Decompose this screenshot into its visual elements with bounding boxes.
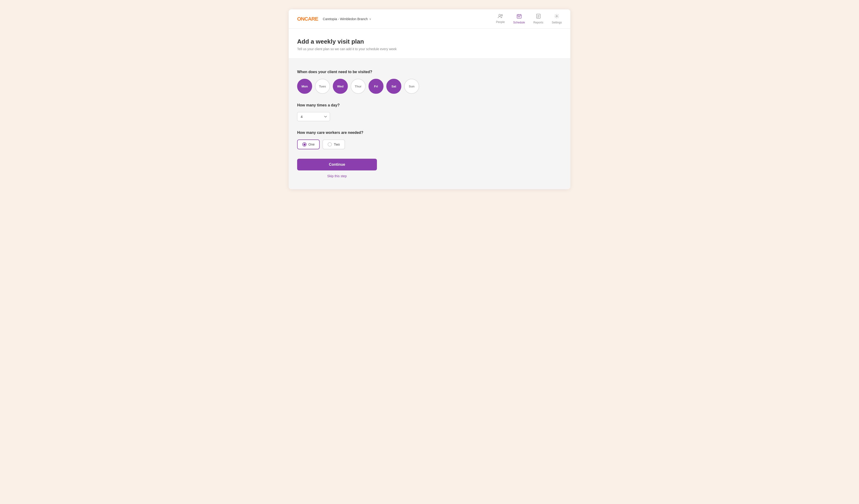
header: ONCARE Caretopia - Wimbledon Branch ∨ P	[289, 10, 570, 29]
svg-rect-5	[537, 14, 540, 18]
nav-people-label: People	[496, 20, 504, 24]
logo-on: ON	[297, 16, 304, 22]
chevron-down-icon: ∨	[369, 17, 371, 21]
svg-point-1	[501, 15, 502, 16]
radio-dot-one	[303, 143, 305, 145]
radio-circle-one	[302, 142, 306, 146]
continue-button[interactable]: Continue	[297, 159, 377, 170]
care-workers-section: How many care workers are needed? One Tw…	[297, 130, 462, 149]
day-selector: Mon Tues Wed Thur Fri Sat Sun	[297, 79, 462, 94]
frequency-select[interactable]: 1 2 3 4 5 6	[297, 112, 330, 121]
logo: ONCARE	[297, 16, 318, 22]
care-worker-two[interactable]: Two	[322, 140, 345, 149]
care-workers-question: How many care workers are needed?	[297, 130, 462, 135]
page-subtitle: Tell us your client plan so we can add i…	[297, 47, 562, 51]
frequency-section: How many times a day? 1 2 3 4 5 6	[297, 103, 462, 121]
form-section: When does your client need to be visited…	[297, 70, 462, 178]
radio-group: One Two	[297, 140, 462, 149]
main-content: When does your client need to be visited…	[289, 59, 570, 189]
radio-circle-two	[328, 142, 332, 146]
day-wed[interactable]: Wed	[333, 79, 348, 94]
people-icon	[498, 14, 503, 19]
nav-schedule[interactable]: Schedule	[513, 14, 525, 24]
svg-point-6	[556, 15, 557, 17]
reports-icon	[536, 14, 541, 20]
day-thur[interactable]: Thur	[351, 79, 366, 94]
svg-rect-4	[519, 16, 520, 17]
day-fri[interactable]: Fri	[368, 79, 383, 94]
branch-selector[interactable]: Caretopia - Wimbledon Branch ∨	[323, 17, 371, 21]
day-sun[interactable]: Sun	[404, 79, 419, 94]
svg-point-0	[499, 14, 501, 16]
page-header: Add a weekly visit plan Tell us your cli…	[289, 29, 570, 59]
svg-rect-3	[518, 16, 519, 17]
care-worker-one-label: One	[308, 143, 315, 146]
day-mon[interactable]: Mon	[297, 79, 312, 94]
page-title: Add a weekly visit plan	[297, 38, 562, 45]
day-tues[interactable]: Tues	[315, 79, 330, 94]
care-worker-one[interactable]: One	[297, 140, 320, 149]
branch-name: Caretopia - Wimbledon Branch	[323, 17, 367, 21]
svg-rect-2	[517, 15, 521, 18]
nav-people[interactable]: People	[496, 14, 504, 24]
care-worker-two-label: Two	[334, 143, 340, 146]
logo-care: CARE	[304, 16, 318, 22]
skip-button[interactable]: Skip this step	[297, 174, 377, 178]
main-nav: People Schedule	[496, 14, 562, 24]
calendar-icon	[516, 14, 522, 20]
nav-settings-label: Settings	[552, 21, 562, 24]
nav-schedule-label: Schedule	[513, 21, 525, 24]
app-container: ONCARE Caretopia - Wimbledon Branch ∨ P	[289, 10, 570, 189]
days-question: When does your client need to be visited…	[297, 70, 462, 74]
nav-reports[interactable]: Reports	[533, 14, 543, 24]
frequency-question: How many times a day?	[297, 103, 462, 107]
nav-reports-label: Reports	[533, 21, 543, 24]
day-sat[interactable]: Sat	[386, 79, 401, 94]
settings-icon	[554, 14, 559, 20]
nav-settings[interactable]: Settings	[552, 14, 562, 24]
header-left: ONCARE Caretopia - Wimbledon Branch ∨	[297, 16, 371, 22]
